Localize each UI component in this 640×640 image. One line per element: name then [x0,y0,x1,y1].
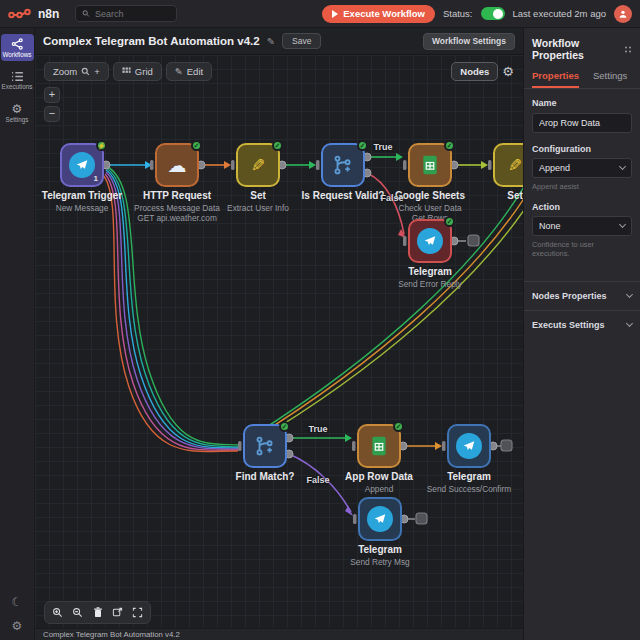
tab-settings[interactable]: Settings [593,67,627,88]
zoom-tool-button[interactable]: Zoom + [44,62,109,81]
sheets-icon [420,154,440,176]
toggle-knob [493,9,503,19]
top-bar: n8n Execute Workflow Status: Last execut… [0,0,640,28]
save-button[interactable]: Save [282,33,321,49]
panel-tabs: Properties Settings [524,67,640,89]
zoom-controls: + − [44,87,60,122]
arrowhead [481,161,488,169]
section-nodes-properties[interactable]: Nodes Properties [524,281,640,310]
reset-zoom-icon[interactable] [109,605,126,620]
magnifier-icon [81,67,90,76]
canvas-toolbar-right: Nodes ⚙ [451,62,514,81]
workflows-icon [11,38,24,50]
branch-icon [332,154,354,176]
node-telegram-trigger[interactable]: ⚡ 1 Telegram Trigger New Message [60,143,104,187]
node-telegram-error[interactable]: ✓ Telegram Send Error Reply [408,219,452,263]
delete-icon[interactable] [89,605,106,620]
zoom-out-button[interactable]: − [44,106,60,122]
edit-mode-button[interactable]: ✎ Edit [166,62,212,81]
success-badge: ✓ [444,216,455,227]
execute-workflow-button[interactable]: Execute Workflow [322,5,435,23]
configuration-help-text: Append aesist [532,182,632,191]
search-box[interactable] [75,5,177,22]
zoom-in-button[interactable]: + [44,87,60,103]
edge-label-true: True [366,142,400,152]
fit-view-icon[interactable] [129,605,146,620]
success-badge: ✓ [393,421,404,432]
chevron-down-icon [626,291,633,298]
node-telegram-success[interactable]: Telegram Send Success/Confirm [447,424,491,468]
node-subtitle: GET api.weather.com [112,213,242,224]
telegram-icon [367,506,393,532]
sidebar-item-settings[interactable]: ⚙ Settings [1,99,34,126]
edge-label-false: False [301,475,335,485]
workflow-settings-button[interactable]: Workflow Settings [423,33,515,50]
arrowhead [309,161,316,169]
node-subtitle: Extract User Info [193,203,323,214]
user-avatar[interactable] [614,5,632,23]
section-label: Nodes Properties [532,291,607,301]
grid-toggle-button[interactable]: Grid [113,62,162,81]
sidebar-label: Executions [2,83,33,90]
chevron-down-icon [619,163,626,170]
search-input[interactable] [95,9,170,19]
grid-icon [122,67,131,76]
trigger-badge: ⚡ [96,140,107,151]
node-http-request[interactable]: ✓ ☁ HTTP Request Process Message Data GE… [155,143,199,187]
executions-icon [11,71,24,82]
section-executs-settings[interactable]: Executs Settings [524,310,640,339]
logo-text: n8n [38,7,59,21]
workflow-properties-panel: Workflow Properties Properties Settings … [523,28,640,640]
sidebar-item-executions[interactable]: Executions [1,67,34,93]
edit-label: Edit [187,66,203,77]
n8n-logo[interactable]: n8n [8,7,59,21]
sidebar-label: Workflows [3,51,32,58]
sidebar-label: Settings [6,116,29,123]
status-bar: Complex Telegram Bot Automation v4.2 [35,628,523,640]
theme-moon-icon[interactable]: ☾ [12,596,23,608]
arrowhead [345,434,352,442]
node-find-match[interactable]: ✓ Find Match? [243,424,287,468]
success-badge: ✓ [272,140,283,151]
nodes-button[interactable]: Nodes [451,62,498,81]
bottom-gear-icon[interactable]: ⚙ [12,620,23,632]
node-subtitle: Send Error Reply [365,279,495,290]
zoom-in-icon[interactable] [49,605,66,620]
node-google-sheets[interactable]: ✓ Google Sheets Check User Data Get Rows [408,143,452,187]
node-set-2[interactable]: ✓ ✎ Set [493,143,523,187]
node-title: Set [450,190,523,203]
node-set[interactable]: ✓ ✎ Set Extract User Info [236,143,280,187]
action-field-label: Action [532,202,632,212]
node-settings-gear-icon[interactable]: ⚙ [502,64,514,79]
search-icon [82,9,90,18]
canvas-toolbar: Zoom + Grid ✎ Edit [44,62,212,81]
branch-icon [254,435,276,457]
last-executed-text: Last executed 2m ago [513,8,606,19]
node-telegram-retry[interactable]: Telegram Send Retry Msg [358,497,402,541]
configuration-select[interactable]: Append [532,158,632,178]
pencil-icon: ✎ [175,66,183,77]
chevron-down-icon [626,320,633,327]
sidebar-item-workflows[interactable]: Workflows [1,34,34,61]
drag-handle-icon[interactable] [624,45,632,54]
node-title: Telegram [365,266,495,279]
node-is-request-valid[interactable]: ✓ Is Request Valid? [321,143,365,187]
tab-properties[interactable]: Properties [532,67,579,88]
grid-label: Grid [135,66,153,77]
pencil-icon: ✎ [251,155,265,176]
action-select[interactable]: None [532,216,632,236]
edit-title-icon[interactable]: ✎ [267,36,275,47]
chevron-down-icon [619,221,626,228]
workflow-title: Complex Telegram Bot Automation v4.2 [43,35,260,47]
workflow-canvas[interactable]: Zoom + Grid ✎ Edit Nodes ⚙ + − [35,55,523,628]
left-sidebar: Workflows Executions ⚙ Settings ☾ ⚙ [0,28,35,640]
name-field[interactable] [532,113,632,133]
node-app-row-data[interactable]: ✓ App Row Data Append [357,424,401,468]
arrowhead [396,153,403,161]
status-label: Status: [443,8,473,19]
status-toggle[interactable] [481,7,505,20]
zoom-out-icon[interactable] [69,605,86,620]
action-value: None [539,221,561,231]
canvas-header: Complex Telegram Bot Automation v4.2 ✎ S… [35,28,523,55]
configuration-value: Append [539,163,570,173]
